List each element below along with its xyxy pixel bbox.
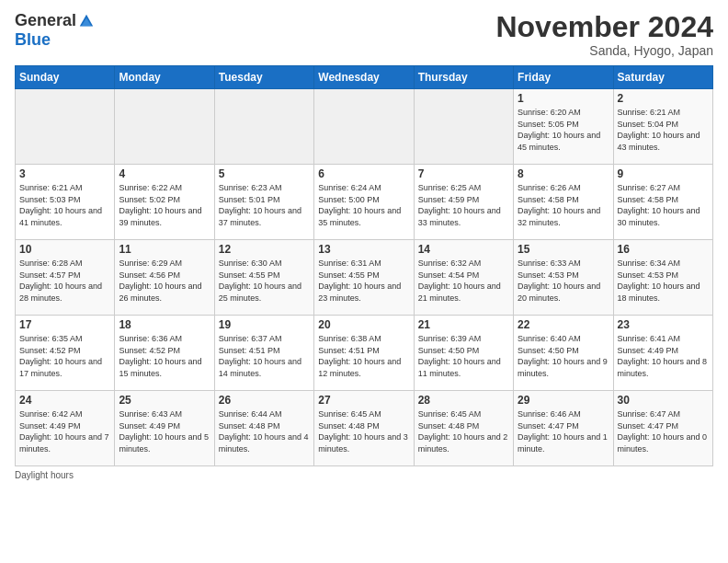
day-info: Sunrise: 6:21 AM Sunset: 5:04 PM Dayligh… xyxy=(618,107,709,153)
day-cell: 27Sunrise: 6:45 AM Sunset: 4:48 PM Dayli… xyxy=(314,391,414,466)
day-info: Sunrise: 6:38 AM Sunset: 4:51 PM Dayligh… xyxy=(318,333,409,379)
day-number: 12 xyxy=(219,243,310,256)
day-info: Sunrise: 6:37 AM Sunset: 4:51 PM Dayligh… xyxy=(219,333,310,379)
col-header-saturday: Saturday xyxy=(613,66,712,89)
day-info: Sunrise: 6:25 AM Sunset: 4:59 PM Dayligh… xyxy=(418,182,509,228)
logo-blue: Blue xyxy=(15,30,51,50)
day-cell: 30Sunrise: 6:47 AM Sunset: 4:47 PM Dayli… xyxy=(613,391,712,466)
day-cell: 24Sunrise: 6:42 AM Sunset: 4:49 PM Dayli… xyxy=(16,391,115,466)
day-number: 21 xyxy=(418,318,509,331)
day-cell: 15Sunrise: 6:33 AM Sunset: 4:53 PM Dayli… xyxy=(514,240,613,316)
day-cell: 16Sunrise: 6:34 AM Sunset: 4:53 PM Dayli… xyxy=(613,240,712,316)
day-info: Sunrise: 6:42 AM Sunset: 4:49 PM Dayligh… xyxy=(19,408,110,454)
day-number: 30 xyxy=(618,394,709,407)
day-info: Sunrise: 6:45 AM Sunset: 4:48 PM Dayligh… xyxy=(418,408,509,454)
day-info: Sunrise: 6:32 AM Sunset: 4:54 PM Dayligh… xyxy=(418,258,509,304)
day-number: 25 xyxy=(119,394,210,407)
day-info: Sunrise: 6:29 AM Sunset: 4:56 PM Dayligh… xyxy=(119,258,210,304)
day-cell: 19Sunrise: 6:37 AM Sunset: 4:51 PM Dayli… xyxy=(214,316,313,391)
day-info: Sunrise: 6:40 AM Sunset: 4:50 PM Dayligh… xyxy=(518,333,609,379)
page: General Blue November 2024 Sanda, Hyogo,… xyxy=(0,0,728,563)
day-info: Sunrise: 6:46 AM Sunset: 4:47 PM Dayligh… xyxy=(518,408,609,454)
day-info: Sunrise: 6:31 AM Sunset: 4:55 PM Dayligh… xyxy=(318,258,409,304)
day-info: Sunrise: 6:20 AM Sunset: 5:05 PM Dayligh… xyxy=(518,107,609,153)
day-info: Sunrise: 6:27 AM Sunset: 4:58 PM Dayligh… xyxy=(618,182,709,228)
week-row-2: 10Sunrise: 6:28 AM Sunset: 4:57 PM Dayli… xyxy=(16,240,713,316)
day-cell: 9Sunrise: 6:27 AM Sunset: 4:58 PM Daylig… xyxy=(613,165,712,240)
day-info: Sunrise: 6:21 AM Sunset: 5:03 PM Dayligh… xyxy=(19,182,110,228)
col-header-sunday: Sunday xyxy=(16,66,115,89)
day-cell: 12Sunrise: 6:30 AM Sunset: 4:55 PM Dayli… xyxy=(214,240,313,316)
day-number: 18 xyxy=(119,318,210,331)
day-cell: 17Sunrise: 6:35 AM Sunset: 4:52 PM Dayli… xyxy=(16,316,115,391)
week-row-0: 1Sunrise: 6:20 AM Sunset: 5:05 PM Daylig… xyxy=(16,89,713,165)
day-cell: 7Sunrise: 6:25 AM Sunset: 4:59 PM Daylig… xyxy=(414,165,513,240)
day-number: 27 xyxy=(318,394,409,407)
day-cell: 21Sunrise: 6:39 AM Sunset: 4:50 PM Dayli… xyxy=(414,316,513,391)
day-info: Sunrise: 6:23 AM Sunset: 5:01 PM Dayligh… xyxy=(219,182,310,228)
header-row: SundayMondayTuesdayWednesdayThursdayFrid… xyxy=(16,66,713,89)
title-area: November 2024 Sanda, Hyogo, Japan xyxy=(495,11,713,58)
daylight-label: Daylight hours xyxy=(15,470,74,480)
day-cell xyxy=(16,89,115,165)
day-cell: 20Sunrise: 6:38 AM Sunset: 4:51 PM Dayli… xyxy=(314,316,414,391)
day-cell: 14Sunrise: 6:32 AM Sunset: 4:54 PM Dayli… xyxy=(414,240,513,316)
day-cell: 23Sunrise: 6:41 AM Sunset: 4:49 PM Dayli… xyxy=(613,316,712,391)
day-cell: 10Sunrise: 6:28 AM Sunset: 4:57 PM Dayli… xyxy=(16,240,115,316)
day-cell: 6Sunrise: 6:24 AM Sunset: 5:00 PM Daylig… xyxy=(314,165,414,240)
col-header-thursday: Thursday xyxy=(414,66,513,89)
day-cell: 18Sunrise: 6:36 AM Sunset: 4:52 PM Dayli… xyxy=(115,316,214,391)
day-number: 28 xyxy=(418,394,509,407)
day-number: 7 xyxy=(418,167,509,180)
day-number: 19 xyxy=(219,318,310,331)
day-info: Sunrise: 6:24 AM Sunset: 5:00 PM Dayligh… xyxy=(318,182,409,228)
day-cell: 5Sunrise: 6:23 AM Sunset: 5:01 PM Daylig… xyxy=(214,165,313,240)
col-header-wednesday: Wednesday xyxy=(314,66,414,89)
day-number: 16 xyxy=(618,243,709,256)
day-info: Sunrise: 6:43 AM Sunset: 4:49 PM Dayligh… xyxy=(119,408,210,454)
day-info: Sunrise: 6:26 AM Sunset: 4:58 PM Dayligh… xyxy=(518,182,609,228)
day-number: 8 xyxy=(518,167,609,180)
day-number: 4 xyxy=(119,167,210,180)
col-header-tuesday: Tuesday xyxy=(214,66,313,89)
day-info: Sunrise: 6:47 AM Sunset: 4:47 PM Dayligh… xyxy=(618,408,709,454)
logo-icon xyxy=(78,13,95,29)
day-cell: 4Sunrise: 6:22 AM Sunset: 5:02 PM Daylig… xyxy=(115,165,214,240)
logo-general: General xyxy=(15,11,76,30)
header: General Blue November 2024 Sanda, Hyogo,… xyxy=(15,11,713,58)
day-cell: 13Sunrise: 6:31 AM Sunset: 4:55 PM Dayli… xyxy=(314,240,414,316)
day-info: Sunrise: 6:28 AM Sunset: 4:57 PM Dayligh… xyxy=(19,258,110,304)
week-row-3: 17Sunrise: 6:35 AM Sunset: 4:52 PM Dayli… xyxy=(16,316,713,391)
day-number: 10 xyxy=(19,243,110,256)
day-cell: 3Sunrise: 6:21 AM Sunset: 5:03 PM Daylig… xyxy=(16,165,115,240)
day-number: 9 xyxy=(618,167,709,180)
day-number: 11 xyxy=(119,243,210,256)
day-cell: 22Sunrise: 6:40 AM Sunset: 4:50 PM Dayli… xyxy=(514,316,613,391)
day-info: Sunrise: 6:30 AM Sunset: 4:55 PM Dayligh… xyxy=(219,258,310,304)
footer: Daylight hours xyxy=(15,470,713,480)
day-number: 29 xyxy=(518,394,609,407)
day-number: 20 xyxy=(318,318,409,331)
col-header-friday: Friday xyxy=(514,66,613,89)
day-info: Sunrise: 6:39 AM Sunset: 4:50 PM Dayligh… xyxy=(418,333,509,379)
day-cell: 25Sunrise: 6:43 AM Sunset: 4:49 PM Dayli… xyxy=(115,391,214,466)
day-number: 23 xyxy=(618,318,709,331)
day-number: 26 xyxy=(219,394,310,407)
day-number: 1 xyxy=(518,92,609,105)
logo: General Blue xyxy=(15,11,95,50)
day-info: Sunrise: 6:44 AM Sunset: 4:48 PM Dayligh… xyxy=(219,408,310,454)
day-cell xyxy=(414,89,513,165)
day-cell: 1Sunrise: 6:20 AM Sunset: 5:05 PM Daylig… xyxy=(514,89,613,165)
day-cell xyxy=(214,89,313,165)
day-number: 17 xyxy=(19,318,110,331)
day-info: Sunrise: 6:33 AM Sunset: 4:53 PM Dayligh… xyxy=(518,258,609,304)
calendar-table: SundayMondayTuesdayWednesdayThursdayFrid… xyxy=(15,65,713,466)
col-header-monday: Monday xyxy=(115,66,214,89)
week-row-1: 3Sunrise: 6:21 AM Sunset: 5:03 PM Daylig… xyxy=(16,165,713,240)
day-number: 3 xyxy=(19,167,110,180)
day-number: 14 xyxy=(418,243,509,256)
day-cell xyxy=(115,89,214,165)
day-cell: 26Sunrise: 6:44 AM Sunset: 4:48 PM Dayli… xyxy=(214,391,313,466)
day-number: 13 xyxy=(318,243,409,256)
week-row-4: 24Sunrise: 6:42 AM Sunset: 4:49 PM Dayli… xyxy=(16,391,713,466)
